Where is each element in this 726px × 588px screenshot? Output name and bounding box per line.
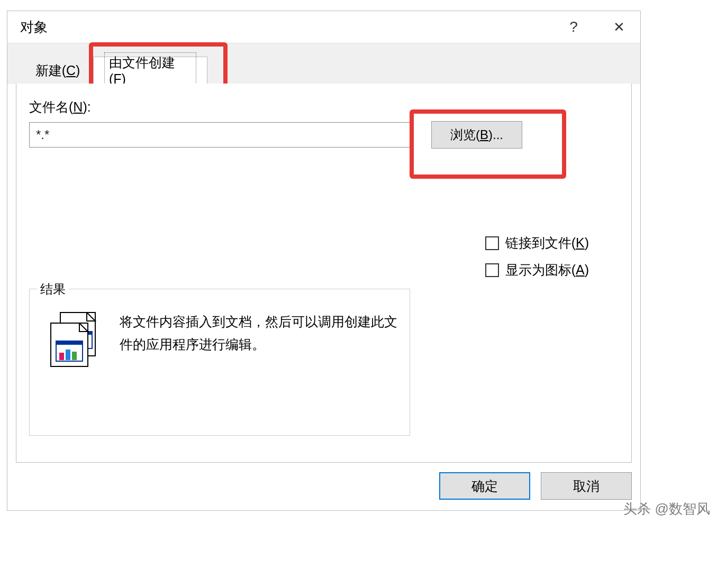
cancel-button[interactable]: 取消 [541, 472, 632, 500]
dialog-button-row: 确定 取消 [439, 472, 632, 500]
titlebar: 对象 ? ✕ [7, 11, 640, 43]
svg-rect-9 [59, 353, 64, 360]
result-description: 将文件内容插入到文档，然后可以调用创建此文件的应用程序进行编辑。 [120, 308, 399, 372]
tab-bar: 新建(C) 由文件创建(F) [7, 43, 640, 84]
help-button[interactable]: ? [563, 16, 584, 38]
result-groupbox: 结果 [29, 289, 410, 436]
svg-rect-8 [56, 341, 83, 345]
checkbox-box-icon [485, 263, 499, 277]
dialog-title: 对象 [20, 18, 563, 36]
checkbox-icon-label: 显示为图标(A) [505, 261, 589, 279]
result-content: 将文件内容插入到文档，然后可以调用创建此文件的应用程序进行编辑。 [30, 289, 410, 382]
tab-content: 文件名(N): 浏览(B)... 链接到文件(K) 显示为图标(A) 结果 [16, 84, 632, 463]
tab-from-file[interactable]: 由文件创建(F) [93, 57, 207, 84]
object-dialog: 对象 ? ✕ 新建(C) 由文件创建(F) 文件名(N): 浏览(B)... [7, 11, 641, 511]
help-icon: ? [569, 19, 578, 35]
checkbox-display-as-icon[interactable]: 显示为图标(A) [485, 261, 589, 279]
filename-input[interactable] [29, 122, 410, 148]
checkbox-box-icon [485, 236, 499, 250]
filename-label: 文件名(N): [29, 98, 619, 116]
checkbox-link-to-file[interactable]: 链接到文件(K) [485, 234, 589, 252]
checkbox-group: 链接到文件(K) 显示为图标(A) [485, 234, 589, 279]
close-icon: ✕ [613, 19, 625, 35]
svg-rect-10 [66, 350, 70, 360]
tab-new-label: 新建(C) [35, 62, 80, 79]
titlebar-buttons: ? ✕ [563, 16, 630, 38]
tab-from-file-label: 由文件创建(F) [104, 52, 196, 88]
browse-button[interactable]: 浏览(B)... [431, 121, 522, 149]
ok-button[interactable]: 确定 [439, 472, 530, 500]
embed-document-icon [46, 308, 109, 372]
checkbox-link-label: 链接到文件(K) [505, 234, 589, 252]
filename-row: 浏览(B)... [29, 121, 619, 149]
result-label: 结果 [37, 281, 69, 298]
svg-rect-11 [72, 352, 77, 360]
close-button[interactable]: ✕ [609, 16, 630, 38]
tab-new[interactable]: 新建(C) [23, 57, 92, 84]
watermark-text: 头杀 @数智风 [623, 500, 710, 518]
